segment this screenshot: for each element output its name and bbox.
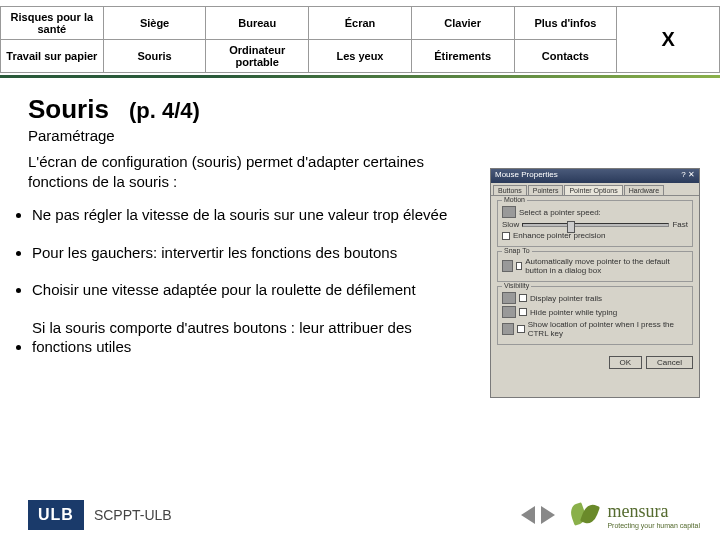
nav-ecran[interactable]: Écran (309, 7, 412, 40)
page-title: Souris (28, 94, 109, 125)
speed-slider[interactable] (522, 223, 669, 227)
nav-plus-infos[interactable]: Plus d'infos (514, 7, 617, 40)
mouse-properties-dialog: Mouse Properties ? ✕ Buttons Pointers Po… (490, 168, 700, 398)
tab-pointers[interactable]: Pointers (528, 185, 564, 195)
nav-siege[interactable]: Siège (103, 7, 206, 40)
mensura-tagline: Protecting your human capital (607, 522, 700, 529)
next-arrow-icon[interactable] (541, 506, 555, 524)
dialog-title: Mouse Properties (495, 170, 558, 182)
list-item: Ne pas régler la vitesse de la souris su… (32, 205, 458, 225)
ctrl-checkbox[interactable] (517, 325, 524, 333)
group-vis-title: Visibility (502, 282, 531, 289)
nav-ordinateur-portable[interactable]: Ordinateur portable (206, 40, 309, 73)
list-item: Choisir une vitesse adaptée pour la roul… (32, 280, 458, 300)
mensura-brand: mensura (607, 501, 700, 522)
close-button[interactable]: X (617, 7, 720, 73)
slow-label: Slow (502, 220, 519, 229)
footer: ULB SCPPT-ULB mensura Protecting your hu… (0, 498, 720, 532)
group-visibility: Visibility Display pointer trails Hide p… (497, 286, 693, 345)
mensura-logo: mensura Protecting your human capital (567, 498, 700, 532)
trails-icon (502, 292, 516, 304)
nav-clavier[interactable]: Clavier (411, 7, 514, 40)
cancel-button[interactable]: Cancel (646, 356, 693, 369)
list-item: Si la souris comporte d'autres boutons :… (32, 318, 458, 357)
snap-icon (502, 260, 513, 272)
footer-org: SCPPT-ULB (94, 507, 172, 523)
group-snap: Snap To Automatically move pointer to th… (497, 251, 693, 282)
precision-checkbox[interactable] (502, 232, 510, 240)
hide-checkbox[interactable] (519, 308, 527, 316)
prev-arrow-icon[interactable] (521, 506, 535, 524)
ok-button[interactable]: OK (609, 356, 643, 369)
dialog-titlebar: Mouse Properties ? ✕ (491, 169, 699, 183)
dialog-tabs: Buttons Pointers Pointer Options Hardwar… (491, 183, 699, 196)
tab-hardware[interactable]: Hardware (624, 185, 664, 195)
intro-text: L'écran de configuration (souris) permet… (28, 152, 458, 191)
nav-etirements[interactable]: Étirements (411, 40, 514, 73)
group-snap-title: Snap To (502, 247, 532, 254)
nav-risques[interactable]: Risques pour la santé (1, 7, 104, 40)
precision-label: Enhance pointer precision (513, 231, 606, 240)
nav-les-yeux[interactable]: Les yeux (309, 40, 412, 73)
fast-label: Fast (672, 220, 688, 229)
top-nav: Risques pour la santé Siège Bureau Écran… (0, 6, 720, 73)
motion-label: Select a pointer speed: (519, 208, 601, 217)
ctrl-icon (502, 323, 514, 335)
nav-travail-papier[interactable]: Travail sur papier (1, 40, 104, 73)
bullet-list: Ne pas régler la vitesse de la souris su… (28, 205, 458, 375)
nav-contacts[interactable]: Contacts (514, 40, 617, 73)
trails-label: Display pointer trails (530, 294, 602, 303)
tab-buttons[interactable]: Buttons (493, 185, 527, 195)
snap-label: Automatically move pointer to the defaul… (525, 257, 688, 275)
leaf-icon (567, 498, 601, 532)
list-item: Pour les gauchers: intervertir les fonct… (32, 243, 458, 263)
hide-label: Hide pointer while typing (530, 308, 617, 317)
trails-checkbox[interactable] (519, 294, 527, 302)
tab-pointer-options[interactable]: Pointer Options (564, 185, 622, 195)
group-motion: Motion Select a pointer speed: SlowFast … (497, 200, 693, 247)
nav-souris[interactable]: Souris (103, 40, 206, 73)
pointer-icon (502, 206, 516, 218)
group-motion-title: Motion (502, 196, 527, 203)
hide-icon (502, 306, 516, 318)
page-indicator: (p. 4/4) (129, 98, 200, 124)
snap-checkbox[interactable] (516, 262, 522, 270)
ctrl-label: Show location of pointer when I press th… (528, 320, 688, 338)
nav-bureau[interactable]: Bureau (206, 7, 309, 40)
ulb-logo: ULB (28, 500, 84, 530)
page-subtitle: Paramétrage (28, 127, 700, 144)
dialog-controls[interactable]: ? ✕ (681, 170, 695, 182)
